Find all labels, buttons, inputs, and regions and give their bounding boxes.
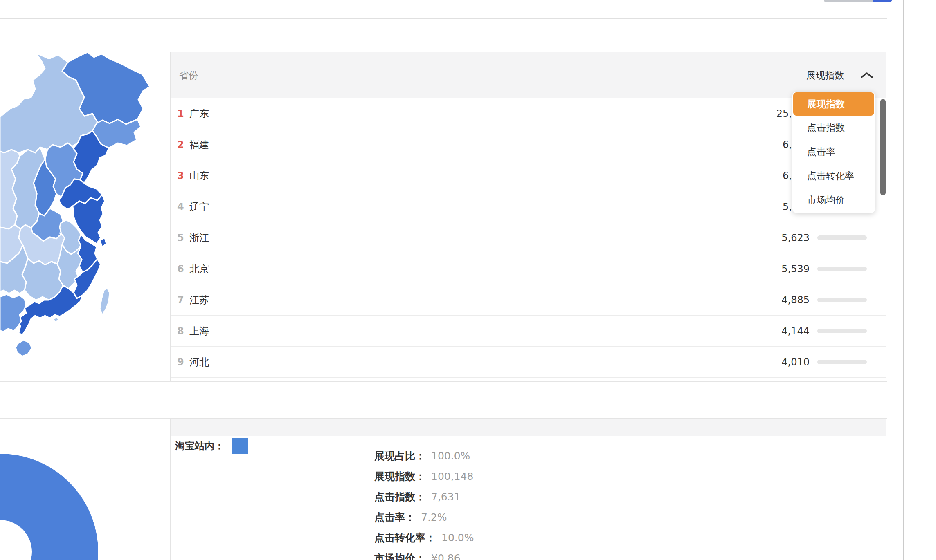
province-name: 浙江 <box>189 231 209 244</box>
metric-label: 展现指数 <box>806 69 844 82</box>
china-choropleth-map[interactable] <box>0 52 171 382</box>
metric-value: 6, <box>783 170 792 181</box>
stat-value: 10.0% <box>441 532 474 544</box>
metric-bar-track <box>817 360 867 364</box>
dropdown-option[interactable]: 点击指数 <box>793 116 874 140</box>
rank-number: 6 <box>177 263 189 275</box>
dropdown-option[interactable]: 展现指数 <box>793 92 874 116</box>
metric-bar-track <box>817 235 867 240</box>
stat-label: 点击指数： <box>374 490 425 504</box>
province-card-right-border <box>886 52 886 382</box>
metric-value: 5,539 <box>781 263 810 275</box>
metric-bar-track <box>817 298 867 302</box>
province-row: 4 辽宁 5, <box>171 191 886 222</box>
rank-number: 8 <box>177 325 189 337</box>
province-row: 1 广东 25, <box>171 98 886 129</box>
stat-line: 点击率： 7.2% <box>374 507 474 527</box>
rank-number: 5 <box>177 232 189 244</box>
top-section-divider <box>0 18 887 19</box>
stat-value: 100.0% <box>431 450 470 462</box>
metric-value: 4,010 <box>781 356 810 368</box>
province-name: 河北 <box>189 356 209 369</box>
legend-label: 淘宝站内： <box>175 439 224 452</box>
metric-bar-track <box>817 329 867 333</box>
source-card-divider <box>170 419 171 560</box>
stat-value: 7,631 <box>431 491 461 503</box>
province-name: 江苏 <box>189 293 209 307</box>
province-row: 5 浙江 5,623 <box>171 222 886 253</box>
rank-number: 7 <box>177 294 189 306</box>
page-right-divider <box>903 0 904 560</box>
metric-value: 6, <box>783 139 792 150</box>
stat-label: 展现指数： <box>374 470 425 483</box>
chevron-up-icon <box>860 72 873 79</box>
stat-line: 点击指数： 7,631 <box>374 486 474 507</box>
source-card-header-band <box>171 419 886 436</box>
panel-title: 省份 <box>179 52 198 98</box>
province-row: 6 北京 5,539 <box>171 253 886 284</box>
source-card-right-border <box>886 419 886 560</box>
province-name: 山东 <box>189 169 209 182</box>
rank-number: 1 <box>177 108 189 119</box>
metric-value: 5, <box>783 201 792 213</box>
stat-line: 展现指数： 100,148 <box>374 466 474 486</box>
dropdown-option[interactable]: 点击转化率 <box>793 164 874 188</box>
stat-line: 展现占比： 100.0% <box>374 446 474 466</box>
page: 省份 展现指数 1 广东 25, 2 福建 6, 3 山东 6, 4 <box>0 0 936 560</box>
metric-value: 4,885 <box>781 294 810 306</box>
province-name: 北京 <box>189 262 209 276</box>
metric-value: 25, <box>776 108 792 119</box>
rank-number: 9 <box>177 356 189 368</box>
stat-value: 100,148 <box>431 470 473 482</box>
province-ranking-list: 1 广东 25, 2 福建 6, 3 山东 6, 4 辽宁 5, 5 浙江 <box>171 98 886 378</box>
rank-number: 3 <box>177 170 189 181</box>
stat-label: 点击转化率： <box>374 531 436 544</box>
legend-row: 淘宝站内： <box>175 438 248 454</box>
list-scrollbar-thumb[interactable] <box>880 99 886 195</box>
stat-value: 7.2% <box>421 511 447 523</box>
legend-color-swatch <box>232 438 248 454</box>
metric-value: 4,144 <box>781 325 810 337</box>
source-stats: 展现占比： 100.0% 展现指数： 100,148 点击指数： 7,631 点… <box>374 446 474 560</box>
rank-number: 2 <box>177 139 189 150</box>
province-row: 7 江苏 4,885 <box>171 284 886 316</box>
stat-label: 市场均价： <box>374 551 425 560</box>
stat-label: 展现占比： <box>374 449 425 463</box>
metric-bar-track <box>817 267 867 271</box>
dropdown-option[interactable]: 点击率 <box>793 140 874 164</box>
province-name: 广东 <box>189 107 209 120</box>
rank-number: 4 <box>177 201 189 213</box>
stat-line: 市场均价： ¥0.86 <box>374 548 474 560</box>
province-row: 9 河北 4,010 <box>171 347 886 378</box>
province-name: 辽宁 <box>189 200 209 213</box>
stat-label: 点击率： <box>374 511 415 524</box>
province-card-header-band <box>171 52 886 98</box>
metric-value: 5,623 <box>781 232 810 244</box>
source-share-donut-chart[interactable] <box>0 450 102 560</box>
province-row: 2 福建 6, <box>171 129 886 160</box>
province-row: 3 山东 6, <box>171 160 886 191</box>
province-name: 上海 <box>189 325 209 338</box>
province-name: 福建 <box>189 138 209 151</box>
province-row: 8 上海 4,144 <box>171 316 886 347</box>
stat-value: ¥0.86 <box>431 552 461 560</box>
metric-dropdown-menu: 展现指数 点击指数 点击率 点击转化率 市场均价 <box>792 92 875 213</box>
dropdown-option[interactable]: 市场均价 <box>793 188 874 212</box>
search-button-fragment[interactable] <box>873 0 892 2</box>
search-input-bottom-edge <box>824 0 873 2</box>
stat-line: 点击转化率： 10.0% <box>374 527 474 548</box>
